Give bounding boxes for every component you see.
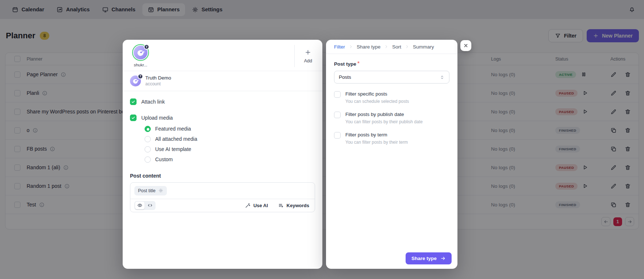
channel-item-selected[interactable]: T shukr... [130, 45, 151, 67]
plus-icon [304, 49, 311, 56]
radio-button[interactable] [145, 126, 151, 132]
filter-option-description: You can filter posts by their publish da… [345, 119, 423, 124]
post-title-token[interactable]: Post title [134, 186, 167, 195]
modal-close-button[interactable] [460, 40, 471, 51]
wizard-breadcrumb: Filter Share type Sort Summary [326, 40, 457, 54]
filter-step-panel: Filter Share type Sort Summary Post type… [326, 40, 457, 269]
platform-badge: T [138, 74, 143, 79]
updown-icon [440, 75, 445, 80]
account-row[interactable]: T Truth Demo account [123, 71, 322, 91]
breadcrumb-filter[interactable]: Filter [334, 44, 345, 50]
breadcrumb-share-type[interactable]: Share type [357, 44, 380, 50]
code-icon [147, 203, 153, 208]
close-icon [463, 43, 468, 48]
share-type-next-button[interactable]: Share type [406, 252, 452, 264]
keywords-button[interactable]: Keywords [278, 203, 309, 208]
filter-term-checkbox[interactable] [334, 132, 341, 139]
gear-icon[interactable] [158, 188, 163, 193]
upload-media-option[interactable]: Upload media [130, 115, 315, 121]
filter-specific-posts-checkbox[interactable] [334, 91, 341, 98]
post-content-heading: Post content [130, 173, 315, 179]
channel-picker: T shukr... Add [123, 40, 322, 71]
post-title-token-label: Post title [138, 188, 156, 193]
radio-all-attached-media[interactable]: All attached media [145, 136, 315, 142]
chevron-right-icon [405, 44, 409, 49]
add-channel-label: Add [304, 58, 312, 63]
editor-mode-switch [134, 201, 156, 210]
breadcrumb-summary[interactable]: Summary [413, 44, 434, 50]
radio-label: All attached media [155, 136, 197, 142]
media-choice-group: Featured media All attached media Use AI… [145, 126, 315, 163]
post-content-editor[interactable]: Post title Use AI [130, 182, 315, 212]
radio-featured-media[interactable]: Featured media [145, 126, 315, 132]
editor-toolbar: Use AI Keywords [130, 199, 315, 212]
planner-wizard-modal: T shukr... Add T Truth Demo account At [0, 0, 644, 279]
channel-name: shukr... [130, 63, 151, 67]
radio-custom[interactable]: Custom [145, 156, 315, 163]
account-avatar: T [130, 75, 141, 86]
channel-avatar: T [134, 46, 147, 59]
check-icon [131, 100, 135, 104]
required-asterisk: * [357, 61, 360, 67]
post-type-value: Posts [339, 74, 351, 80]
keywords-label: Keywords [287, 203, 309, 208]
filter-specific-posts-option[interactable]: Filter specific posts You can schedule s… [334, 91, 449, 104]
attach-link-label: Attach link [141, 99, 165, 105]
eye-icon [137, 203, 142, 208]
preview-mode-button[interactable] [135, 202, 145, 209]
check-icon [131, 116, 135, 120]
post-type-label: Post type [334, 61, 356, 67]
filter-option-label: Filter posts by publish date [345, 112, 423, 117]
filter-option-label: Filter specific posts [345, 91, 409, 97]
upload-media-label: Upload media [141, 115, 173, 121]
radio-label: Custom [155, 156, 173, 162]
share-type-label: Share type [411, 256, 437, 261]
radio-label: Use AI template [155, 146, 191, 152]
chevron-right-icon [349, 44, 353, 49]
add-channel-button[interactable]: Add [294, 45, 315, 67]
filter-term-option[interactable]: Filter posts by term You can filter post… [334, 132, 449, 145]
radio-button[interactable] [145, 146, 151, 152]
chevron-right-icon [384, 44, 388, 49]
post-type-select[interactable]: Posts [334, 71, 449, 84]
post-settings-panel: T shukr... Add T Truth Demo account At [123, 40, 322, 269]
account-type: account [145, 81, 171, 87]
code-mode-button[interactable] [145, 202, 155, 209]
filter-option-description: You can filter posts by their term [345, 140, 408, 145]
wand-icon [245, 203, 250, 208]
keywords-icon [278, 203, 284, 208]
radio-button[interactable] [145, 136, 151, 142]
use-ai-button[interactable]: Use AI [245, 203, 268, 208]
platform-badge: T [144, 44, 149, 50]
attach-link-option[interactable]: Attach link [130, 98, 315, 105]
account-name: Truth Demo [145, 75, 171, 81]
radio-label: Featured media [155, 126, 191, 132]
filter-publish-date-option[interactable]: Filter posts by publish date You can fil… [334, 112, 449, 124]
attach-link-checkbox[interactable] [130, 98, 137, 105]
filter-publish-date-checkbox[interactable] [334, 112, 341, 118]
radio-use-ai-template[interactable]: Use AI template [145, 146, 315, 152]
breadcrumb-sort[interactable]: Sort [392, 44, 401, 50]
use-ai-label: Use AI [253, 203, 268, 208]
upload-media-checkbox[interactable] [130, 115, 137, 121]
radio-button[interactable] [145, 156, 151, 163]
filter-option-label: Filter posts by term [345, 132, 408, 137]
filter-option-description: You can schedule selected posts [345, 99, 409, 104]
arrow-right-icon [440, 256, 446, 261]
